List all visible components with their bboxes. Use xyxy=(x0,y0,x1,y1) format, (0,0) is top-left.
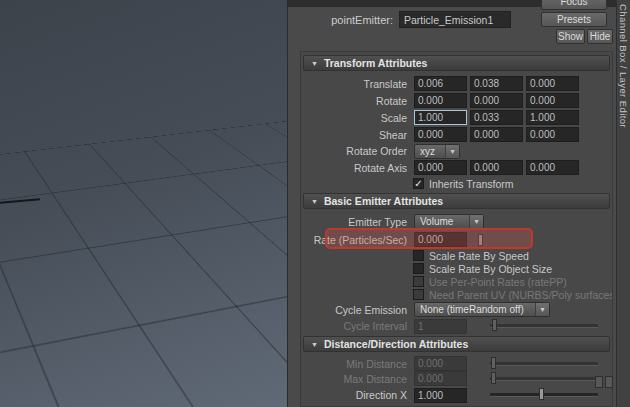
shear-z-field[interactable] xyxy=(526,127,579,142)
attr-row-min-distance: Min Distance xyxy=(303,356,610,371)
need-parent-uv-label: Need Parent UV (NURBS/Poly surfaces only… xyxy=(429,289,613,301)
rotate-x-field[interactable] xyxy=(414,93,467,108)
attr-row-rotate: Rotate xyxy=(303,92,610,109)
max-distance-label: Max Distance xyxy=(303,373,414,385)
translate-y-field[interactable] xyxy=(470,76,523,91)
use-per-point-rates-checkbox xyxy=(413,276,424,287)
cycle-emission-label: Cycle Emission xyxy=(303,304,414,316)
attr-row-translate: Translate xyxy=(303,75,610,92)
rate-label: Rate (Particles/Sec) xyxy=(303,234,414,246)
rate-slider-handle[interactable] xyxy=(478,234,483,246)
attr-row-rotate-order: Rotate Order xyz ▾ xyxy=(303,143,610,159)
option-row-scale-rate-by-object-size: Scale Rate By Object Size xyxy=(303,262,610,275)
direction-x-slider[interactable] xyxy=(490,393,598,397)
rotate-z-field[interactable] xyxy=(526,93,579,108)
scale-x-field[interactable] xyxy=(414,110,467,125)
cycle-emission-value: None (timeRandom off) xyxy=(420,304,524,315)
shear-x-field[interactable] xyxy=(414,127,467,142)
need-parent-uv-checkbox xyxy=(413,289,424,300)
rotate-label: Rotate xyxy=(303,95,414,107)
cycle-interval-label: Cycle Interval xyxy=(303,320,414,332)
max-distance-slider xyxy=(490,377,598,381)
direction-x-slider-handle[interactable] xyxy=(539,388,544,400)
scale-rate-by-speed-label: Scale Rate By Speed xyxy=(429,250,529,262)
cycle-interval-slider xyxy=(490,324,598,328)
scale-rate-by-speed-checkbox[interactable] xyxy=(413,250,424,261)
channel-box-layer-editor-tab[interactable]: Channel Box / Layer Editor xyxy=(616,0,630,407)
min-distance-slider xyxy=(490,362,598,366)
attr-row-rate: Rate (Particles/Sec) xyxy=(303,230,610,249)
scale-y-field[interactable] xyxy=(470,110,523,125)
cycle-emission-dropdown[interactable]: None (timeRandom off) ▾ xyxy=(414,302,550,317)
section-title: Basic Emitter Attributes xyxy=(324,195,443,207)
min-distance-label: Min Distance xyxy=(303,358,414,370)
collapse-arrow-icon: ▼ xyxy=(311,341,318,348)
point-emitter-label: pointEmitter: xyxy=(288,14,399,26)
chevron-down-icon: ▾ xyxy=(535,303,549,316)
use-per-point-rates-label: Use Per-Point Rates (ratePP) xyxy=(429,276,567,288)
rotate-axis-z-field[interactable] xyxy=(526,160,579,175)
chevron-down-icon: ▾ xyxy=(469,215,483,228)
panel-corner-buttons[interactable] xyxy=(595,376,613,388)
shear-y-field[interactable] xyxy=(470,127,523,142)
show-button[interactable]: Show xyxy=(556,29,585,44)
collapse-arrow-icon: ▼ xyxy=(311,198,318,205)
emitter-name-field[interactable] xyxy=(399,11,511,28)
rotate-axis-x-field[interactable] xyxy=(414,160,467,175)
attr-row-shear: Shear xyxy=(303,126,610,143)
panel-corner-button[interactable] xyxy=(605,376,613,388)
max-distance-slider-handle xyxy=(491,372,496,384)
direction-x-label: Direction X xyxy=(303,389,414,401)
hide-button[interactable]: Hide xyxy=(587,29,613,44)
attributes-scroll-area: ▼ Transform Attributes Translate Rotate … xyxy=(300,51,613,407)
cycle-interval-slider-handle xyxy=(492,319,497,331)
direction-x-field[interactable] xyxy=(414,388,467,403)
attr-row-rotate-axis: Rotate Axis xyxy=(303,159,610,176)
option-row-need-parent-uv: Need Parent UV (NURBS/Poly surfaces only… xyxy=(303,288,610,301)
attr-row-scale: Scale xyxy=(303,109,610,126)
focus-button[interactable]: Focus xyxy=(541,0,607,10)
translate-z-field[interactable] xyxy=(526,76,579,91)
attribute-editor-panel: pointEmitter: Focus Presets Show Hide ▼ … xyxy=(287,0,616,407)
attr-row-max-distance: Max Distance xyxy=(303,371,610,386)
scale-rate-by-object-size-label: Scale Rate By Object Size xyxy=(429,263,552,275)
attr-row-emitter-type: Emitter Type Volume ▾ xyxy=(303,213,610,230)
scale-rate-by-object-size-checkbox[interactable] xyxy=(413,263,424,274)
min-distance-slider-handle xyxy=(491,357,496,369)
panel-corner-button[interactable] xyxy=(595,376,603,388)
attr-row-direction-x: Direction X xyxy=(303,386,610,404)
rotate-axis-label: Rotate Axis xyxy=(303,162,414,174)
option-row-use-per-point-rates: Use Per-Point Rates (ratePP) xyxy=(303,275,610,288)
rate-field[interactable] xyxy=(414,232,467,247)
max-distance-field xyxy=(414,371,467,386)
attr-row-inherits-transform: ✓ Inherits Transform xyxy=(303,176,610,191)
rotate-order-value: xyz xyxy=(420,146,435,157)
presets-button[interactable]: Presets xyxy=(541,12,607,27)
rotate-axis-y-field[interactable] xyxy=(470,160,523,175)
emitter-type-label: Emitter Type xyxy=(303,216,414,228)
collapse-arrow-icon: ▼ xyxy=(311,60,318,67)
inherits-transform-label: Inherits Transform xyxy=(429,178,514,190)
translate-x-field[interactable] xyxy=(414,76,467,91)
inherits-transform-checkbox[interactable]: ✓ xyxy=(413,178,424,189)
rotate-order-dropdown[interactable]: xyz ▾ xyxy=(414,144,460,159)
shear-label: Shear xyxy=(303,129,414,141)
emitter-type-value: Volume xyxy=(420,216,453,227)
emitter-type-dropdown[interactable]: Volume ▾ xyxy=(414,214,484,229)
section-title: Transform Attributes xyxy=(324,57,427,69)
attr-row-cycle-interval: Cycle Interval xyxy=(303,318,610,334)
scale-label: Scale xyxy=(303,112,414,124)
section-title: Distance/Direction Attributes xyxy=(324,338,468,350)
option-row-scale-rate-by-speed: Scale Rate By Speed xyxy=(303,249,610,262)
section-header-distance-direction-attributes[interactable]: ▼ Distance/Direction Attributes xyxy=(303,336,610,352)
channel-box-layer-editor-label: Channel Box / Layer Editor xyxy=(618,4,629,128)
scale-z-field[interactable] xyxy=(526,110,579,125)
rotate-y-field[interactable] xyxy=(470,93,523,108)
cycle-interval-field xyxy=(414,319,467,334)
rotate-order-label: Rotate Order xyxy=(303,145,414,157)
translate-label: Translate xyxy=(303,78,414,90)
section-header-basic-emitter-attributes[interactable]: ▼ Basic Emitter Attributes xyxy=(303,193,610,209)
section-header-transform-attributes[interactable]: ▼ Transform Attributes xyxy=(303,55,610,71)
chevron-down-icon: ▾ xyxy=(445,145,459,158)
emitter-name-row: pointEmitter: xyxy=(288,11,511,28)
